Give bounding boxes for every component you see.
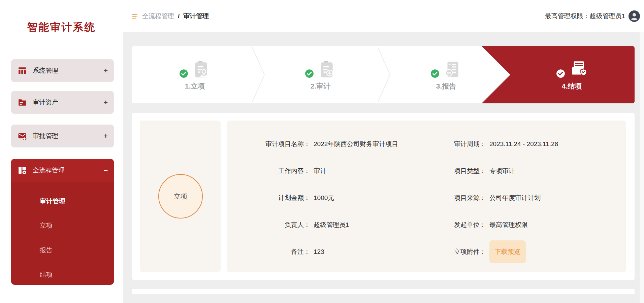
step-label: 4.结项: [562, 81, 582, 91]
step-3-report[interactable]: 3.报告: [383, 46, 509, 103]
main-area: 全流程管理 / 审计管理 最高管理权限：超级管理员1: [123, 0, 644, 303]
stage-panel: 立项: [140, 121, 221, 272]
step-1-initiation[interactable]: 1.立项: [132, 46, 258, 103]
submenu-item-audit-management[interactable]: 审计管理: [40, 194, 65, 209]
field-value-project-source: 公司年度审计计划: [489, 194, 541, 202]
field-label-remarks: 备注：: [227, 247, 310, 256]
field-row: 备注： 123 立项附件： 下载预览: [227, 238, 626, 265]
field-value-planned-amount: 1000元: [314, 194, 334, 202]
step-label: 3.报告: [436, 81, 456, 91]
app-logo: 智能审计系统: [0, 20, 123, 34]
collapse-minus-icon[interactable]: −: [104, 166, 108, 174]
step-icon-group: [179, 54, 211, 79]
field-label-audit-period: 审计周期：: [415, 140, 486, 148]
sidebar-item-label: 审批管理: [33, 132, 104, 140]
field-label-work-content: 工作内容：: [227, 167, 310, 175]
field-value-remarks: 123: [314, 248, 324, 256]
sidebar-submenu: 审计管理 立项 报告 结项: [11, 182, 114, 285]
field-row: 审计项目名称： 2022年陕西公司财务审计项目 审计周期： 2023.11.24…: [227, 131, 626, 158]
step-icon-group: [556, 54, 588, 79]
field-label-planned-amount: 计划金额：: [227, 194, 310, 202]
sidebar: 智能审计系统 系统管理 + 审计资产 + 审批管理 +: [0, 0, 123, 303]
breadcrumb: 全流程管理 / 审计管理: [131, 0, 209, 32]
sidebar-item-label: 系统管理: [33, 66, 104, 75]
breadcrumb-current: 审计管理: [183, 12, 209, 21]
user-area: 最高管理权限：超级管理员1: [545, 0, 640, 32]
expand-plus-icon[interactable]: +: [104, 98, 108, 106]
app-window: 智能审计系统 系统管理 + 审计资产 + 审批管理 +: [0, 0, 644, 303]
field-value-project-type: 专项审计: [489, 167, 515, 175]
sidebar-item-label: 全流程管理: [33, 166, 104, 175]
field-label-project-name: 审计项目名称：: [227, 140, 310, 148]
sidebar-item-label: 审计资产: [33, 98, 104, 107]
submenu-item-report[interactable]: 报告: [40, 243, 53, 258]
step-icon-group: [305, 54, 336, 79]
top-header: 全流程管理 / 审计管理 最高管理权限：超级管理员1: [123, 0, 644, 32]
step-label: 2.审计: [311, 81, 331, 91]
step-4-closing[interactable]: 4.结项: [509, 46, 635, 103]
sidebar-item-approval-management[interactable]: 审批管理 +: [11, 125, 114, 147]
field-value-audit-period: 2023.11.24 - 2023.11.28: [489, 140, 558, 148]
project-detail-card: 立项 审计项目名称： 2022年陕西公司财务审计项目 审计周期： 2023.11…: [132, 113, 635, 280]
sidebar-item-system-management[interactable]: 系统管理 +: [11, 59, 114, 82]
folder-icon: [18, 98, 27, 107]
submenu-item-closing[interactable]: 结项: [40, 267, 53, 282]
field-value-project-name: 2022年陕西公司财务审计项目: [314, 140, 398, 148]
clipboard-download-icon: [317, 60, 336, 79]
download-preview-button[interactable]: 下载预览: [489, 240, 526, 263]
field-row: 负责人： 超级管理员1 发起单位： 最高管理权限: [227, 211, 626, 238]
sidebar-item-full-process-management[interactable]: 全流程管理 −: [11, 159, 114, 182]
fields-panel: 审计项目名称： 2022年陕西公司财务审计项目 审计周期： 2023.11.24…: [227, 121, 626, 272]
report-gauge-icon: [443, 60, 462, 79]
field-row: 计划金额： 1000元 项目来源： 公司年度审计计划: [227, 184, 626, 211]
field-value-work-content: 审计: [314, 167, 326, 175]
steps-row: 1.立项 2.审计: [132, 46, 635, 103]
field-value-initiating-unit: 最高管理权限: [489, 221, 528, 229]
menu-list-icon[interactable]: [131, 13, 138, 20]
step-icon-group: [430, 54, 462, 79]
scrollbar[interactable]: [640, 32, 644, 303]
field-label-initiating-unit: 发起单位：: [415, 221, 486, 229]
user-role-name: 最高管理权限：超级管理员1: [545, 12, 625, 21]
clipboard-person-icon: [191, 60, 211, 79]
expand-plus-icon[interactable]: +: [104, 67, 108, 75]
next-section-card-edge: [132, 289, 635, 294]
step-label: 1.立项: [185, 81, 205, 91]
breadcrumb-root[interactable]: 全流程管理: [142, 12, 174, 21]
mail-forward-icon: [18, 132, 27, 140]
field-label-attachment: 立项附件：: [415, 247, 486, 256]
field-label-project-type: 项目类型：: [415, 167, 486, 175]
check-circle-icon: [179, 69, 188, 78]
breadcrumb-separator: /: [178, 12, 180, 20]
process-stepper: 1.立项 2.审计: [132, 46, 635, 103]
field-label-person-in-charge: 负责人：: [227, 221, 310, 229]
avatar[interactable]: [629, 10, 640, 22]
field-value-person-in-charge: 超级管理员1: [314, 221, 349, 229]
expand-plus-icon[interactable]: +: [104, 132, 108, 140]
submenu-item-project-initiation[interactable]: 立项: [40, 218, 53, 233]
table-grid-icon: [18, 66, 27, 75]
field-label-project-source: 项目来源：: [415, 194, 486, 202]
modules-icon: [18, 166, 27, 175]
step-2-audit[interactable]: 2.审计: [258, 46, 383, 103]
check-circle-icon: [430, 69, 440, 78]
stage-badge: 立项: [158, 174, 203, 218]
check-circle-icon: [556, 69, 565, 78]
archive-shield-icon: [568, 60, 588, 79]
sidebar-item-audit-assets[interactable]: 审计资产 +: [11, 91, 114, 114]
check-circle-icon: [305, 69, 314, 78]
field-row: 工作内容： 审计 项目类型： 专项审计: [227, 158, 626, 184]
